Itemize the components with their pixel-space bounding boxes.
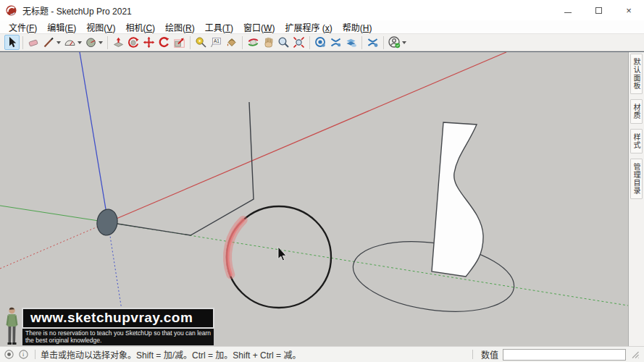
menu-item-R[interactable]: 绘图(R) bbox=[160, 20, 200, 34]
tape-measure-icon bbox=[195, 36, 207, 49]
origin-disc[interactable] bbox=[96, 208, 120, 237]
status-tip-text: 单击或拖动以选择对象。Shift = 加/减。Ctrl = 加。Shift + … bbox=[41, 348, 301, 361]
tape-measure-tool-button[interactable] bbox=[193, 35, 209, 50]
blue-axis bbox=[80, 52, 108, 222]
svg-text:A1: A1 bbox=[214, 38, 219, 43]
text-tool-button[interactable]: A1 bbox=[209, 35, 224, 50]
push-pull-icon bbox=[112, 36, 125, 49]
follow-me-tool-button[interactable] bbox=[126, 35, 141, 50]
sketchup-window: 无标题 - SketchUp Pro 2021 × 文件(F)编辑(E)视图(V… bbox=[0, 0, 644, 362]
cursor-icon bbox=[6, 36, 18, 49]
menu-item-W[interactable]: 窗口(W) bbox=[238, 20, 280, 34]
pan-hand-icon bbox=[262, 36, 275, 49]
extension-tool-2-button[interactable] bbox=[328, 35, 343, 50]
account-button[interactable] bbox=[387, 35, 402, 50]
window-title: 无标题 - SketchUp Pro 2021 bbox=[22, 4, 553, 17]
text-label-icon: A1 bbox=[210, 36, 222, 49]
help-info-icon[interactable]: i bbox=[19, 350, 28, 359]
scale-tool-button[interactable] bbox=[172, 35, 187, 50]
geolocation-icon[interactable] bbox=[4, 350, 14, 359]
shapes-tool-dropdown[interactable] bbox=[99, 41, 103, 44]
tray-tab-outliner[interactable]: 管理目录 bbox=[630, 159, 643, 199]
scale-figure-icon bbox=[3, 306, 21, 346]
minimize-icon bbox=[564, 12, 572, 13]
menu-item-F[interactable]: 文件(F) bbox=[4, 20, 42, 34]
menu-bar: 文件(F)编辑(E)视图(V)相机(C)绘图(R)工具(T)窗口(W)扩展程序 … bbox=[0, 20, 644, 33]
toolbar: A1 bbox=[0, 33, 644, 51]
sketchup-logo-icon bbox=[6, 5, 17, 16]
toolbar-separator bbox=[361, 36, 362, 49]
minimize-button[interactable] bbox=[553, 0, 583, 20]
tray-tab-materials[interactable]: 材质 bbox=[630, 99, 643, 124]
status-bar: i 单击或拖动以选择对象。Shift = 加/减。Ctrl = 加。Shift … bbox=[0, 346, 644, 362]
toolbar-separator bbox=[242, 36, 243, 49]
statusbar-separator bbox=[472, 350, 473, 359]
rotate-tool-button[interactable] bbox=[156, 35, 172, 50]
maximize-button[interactable] bbox=[583, 0, 614, 20]
menu-item-V[interactable]: 视图(V) bbox=[81, 20, 120, 34]
menu-item-C[interactable]: 相机(C) bbox=[120, 20, 160, 34]
red-axis-negative bbox=[0, 222, 108, 269]
arc-tool-button[interactable] bbox=[62, 35, 78, 50]
viewport[interactable]: www.sketchupvray.com There is no reserva… bbox=[0, 52, 628, 346]
account-dropdown[interactable] bbox=[402, 41, 406, 44]
line-tool-button[interactable] bbox=[41, 35, 57, 50]
menu-item-E[interactable]: 编辑(E) bbox=[42, 20, 81, 34]
vase-profile-face[interactable] bbox=[432, 122, 483, 277]
menu-item-x[interactable]: 扩展程序 (x) bbox=[280, 20, 337, 34]
extension-curves-gear-icon bbox=[367, 36, 379, 49]
watermark: www.sketchupvray.com There is no reserva… bbox=[3, 306, 214, 346]
toolbar-separator bbox=[190, 36, 191, 49]
paint-bucket-icon bbox=[225, 36, 238, 49]
eraser-tool-button[interactable] bbox=[26, 35, 41, 50]
extension-tool-3-button[interactable] bbox=[343, 35, 359, 50]
move-tool-button[interactable] bbox=[141, 35, 156, 50]
green-axis bbox=[0, 206, 108, 222]
watermark-tagline-line2: the best original knowledge. bbox=[25, 337, 211, 344]
mouse-cursor-icon bbox=[278, 247, 286, 261]
extension-layers-icon bbox=[345, 36, 357, 49]
profile-polyline[interactable] bbox=[108, 102, 254, 235]
model-scene bbox=[0, 52, 628, 346]
zoom-tool-button[interactable] bbox=[276, 35, 291, 50]
paint-bucket-tool-button[interactable] bbox=[224, 35, 239, 50]
orbit-icon bbox=[247, 36, 259, 49]
circle-shape-icon bbox=[85, 36, 97, 49]
maximize-icon bbox=[595, 7, 602, 14]
extension-tool-4-button[interactable] bbox=[365, 35, 380, 50]
select-tool-button[interactable] bbox=[4, 35, 20, 50]
pencil-icon bbox=[43, 36, 55, 49]
eraser-icon bbox=[28, 36, 40, 49]
scale-icon bbox=[173, 36, 185, 49]
tray-tab-default-panel[interactable]: 默认面板 bbox=[630, 54, 643, 94]
pan-tool-button[interactable] bbox=[261, 35, 276, 50]
extension-tool-1-button[interactable] bbox=[313, 35, 328, 50]
watermark-site-url: www.sketchupvray.com bbox=[22, 308, 214, 329]
tray-tab-styles[interactable]: 样式 bbox=[630, 129, 643, 153]
zoom-extents-tool-button[interactable] bbox=[291, 35, 306, 50]
line-tool-dropdown[interactable] bbox=[57, 41, 61, 44]
watermark-tagline-line1: There is no reservation to teach you Ske… bbox=[25, 329, 211, 337]
push-pull-tool-button[interactable] bbox=[111, 35, 126, 50]
menu-item-T[interactable]: 工具(T) bbox=[200, 20, 238, 34]
measurement-label: 数值 bbox=[481, 348, 498, 361]
orbit-tool-button[interactable] bbox=[246, 35, 261, 50]
menu-item-H[interactable]: 帮助(H) bbox=[338, 20, 377, 34]
rotate-icon bbox=[158, 36, 170, 49]
shapes-tool-button[interactable] bbox=[83, 35, 99, 50]
extension-curves-icon bbox=[330, 36, 342, 49]
statusbar-separator bbox=[35, 350, 35, 359]
tray-strip: 默认面板 材质 样式 管理目录 bbox=[628, 52, 644, 346]
title-bar: 无标题 - SketchUp Pro 2021 × bbox=[0, 0, 644, 20]
toolbar-separator bbox=[309, 36, 310, 49]
arc-tool-dropdown[interactable] bbox=[78, 41, 82, 44]
measurement-input[interactable] bbox=[503, 349, 626, 361]
extension-sphere-icon bbox=[314, 36, 327, 49]
move-icon bbox=[143, 36, 155, 49]
resize-grip[interactable] bbox=[630, 350, 640, 359]
zoom-extents-icon bbox=[293, 36, 305, 49]
close-button[interactable]: × bbox=[614, 0, 644, 20]
toolbar-separator bbox=[22, 36, 23, 49]
protractor-icon bbox=[64, 36, 76, 49]
magnifier-icon bbox=[277, 36, 290, 49]
